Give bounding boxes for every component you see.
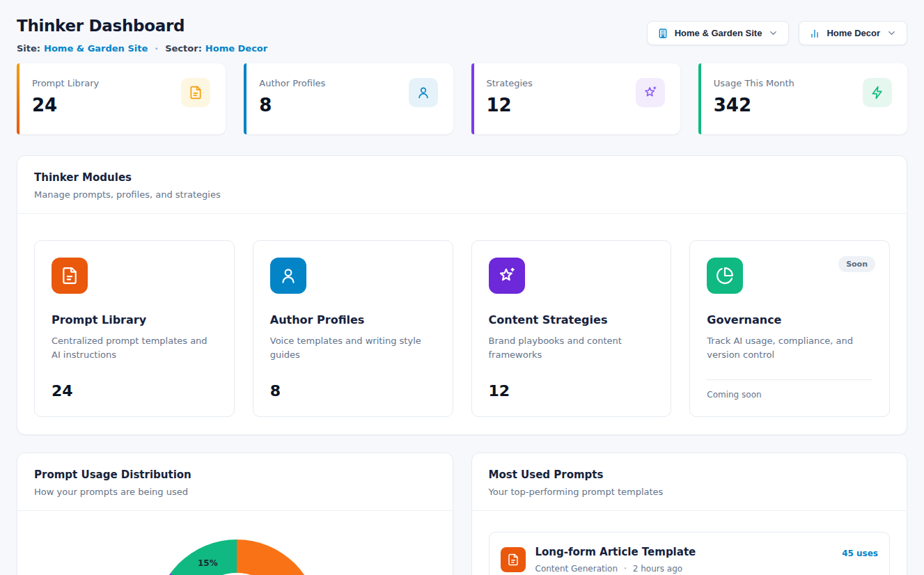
- sector-link[interactable]: Home Decor: [205, 43, 267, 54]
- document-icon: [181, 78, 210, 107]
- module-count: 12: [489, 382, 655, 400]
- prompt-item-meta: Content Generation · 2 hours ago: [535, 564, 833, 574]
- stats-row: Prompt Library 24 Author Profiles 8 Stra…: [17, 63, 907, 134]
- stat-accent-bar: [17, 63, 19, 134]
- donut-segment-label: 15%: [198, 558, 218, 568]
- bar-chart-icon: [809, 28, 820, 39]
- pie-chart-icon: [707, 258, 743, 294]
- module-card-governance[interactable]: Soon Governance Track AI usage, complian…: [689, 240, 890, 417]
- prompts-panel-subtitle: Your top-performing prompt templates: [489, 487, 891, 497]
- stat-accent-bar: [698, 63, 701, 134]
- stat-value: 342: [714, 95, 794, 116]
- meta-separator: ·: [624, 564, 627, 574]
- document-icon: [52, 258, 88, 294]
- stat-label: Prompt Library: [32, 78, 99, 88]
- module-title: Governance: [707, 313, 872, 326]
- stat-text: Prompt Library 24: [32, 78, 99, 116]
- modules-panel-subtitle: Manage prompts, profiles, and strategies: [34, 189, 890, 200]
- header-selectors: Home & Garden Site Home Decor: [647, 21, 907, 45]
- stat-value: 24: [32, 95, 99, 116]
- module-card-content-strategies[interactable]: Content Strategies Brand playbooks and c…: [471, 240, 672, 417]
- document-icon: [501, 547, 526, 572]
- usage-chart-area: 15%: [17, 511, 453, 575]
- prompt-item-time: 2 hours ago: [633, 564, 682, 574]
- module-count: 8: [270, 382, 436, 400]
- user-icon: [270, 258, 306, 294]
- prompt-item-category: Content Generation: [535, 564, 618, 574]
- stat-card-author-profiles: Author Profiles 8: [244, 63, 453, 134]
- stat-card-usage: Usage This Month 342: [698, 63, 907, 134]
- page-title: Thinker Dashboard: [17, 17, 267, 35]
- sector-label: Sector:: [165, 43, 202, 54]
- stat-text: Usage This Month 342: [714, 78, 794, 116]
- soon-badge: Soon: [838, 256, 875, 272]
- stat-accent-bar: [471, 63, 474, 134]
- module-title: Author Profiles: [270, 313, 436, 326]
- module-card-prompt-library[interactable]: Prompt Library Centralized prompt templa…: [34, 240, 235, 417]
- coming-soon-label: Coming soon: [707, 379, 872, 400]
- sector-selector-dropdown[interactable]: Home Decor: [799, 21, 907, 45]
- chevron-down-icon: [886, 28, 897, 38]
- prompt-usage-panel: Prompt Usage Distribution How your promp…: [17, 452, 453, 575]
- module-description: Voice templates and writing style guides: [270, 334, 436, 362]
- dashboard-page: Thinker Dashboard Site: Home & Garden Si…: [0, 0, 924, 575]
- prompt-list: Long-form Article Template Content Gener…: [472, 511, 907, 575]
- module-title: Content Strategies: [489, 313, 655, 326]
- bottom-row: Prompt Usage Distribution How your promp…: [17, 452, 907, 575]
- usage-panel-subtitle: How your prompts are being used: [34, 487, 436, 497]
- module-description: Brand playbooks and content frameworks: [489, 334, 655, 362]
- chevron-down-icon: [768, 28, 778, 38]
- stat-card-prompt-library: Prompt Library 24: [17, 63, 226, 134]
- breadcrumb-separator: ·: [155, 43, 158, 54]
- prompt-item-title: Long-form Article Template: [535, 546, 833, 558]
- module-count: 24: [52, 382, 217, 400]
- stat-label: Author Profiles: [259, 78, 325, 88]
- stat-card-strategies: Strategies 12: [471, 63, 680, 134]
- sector-selector-label: Home Decor: [827, 28, 880, 38]
- prompt-list-item[interactable]: Long-form Article Template Content Gener…: [489, 532, 891, 575]
- prompt-uses-badge: 45 uses: [842, 549, 878, 558]
- site-label: Site:: [17, 43, 40, 54]
- thinker-modules-panel: Thinker Modules Manage prompts, profiles…: [17, 155, 907, 435]
- stat-label: Strategies: [487, 78, 533, 88]
- sparkle-star-icon: [636, 78, 665, 107]
- site-breadcrumb: Site: Home & Garden Site · Sector: Home …: [17, 43, 267, 54]
- usage-panel-title: Prompt Usage Distribution: [34, 468, 436, 481]
- usage-panel-header: Prompt Usage Distribution How your promp…: [17, 453, 453, 511]
- modules-panel-header: Thinker Modules Manage prompts, profiles…: [17, 156, 907, 214]
- modules-panel-title: Thinker Modules: [34, 171, 890, 184]
- stat-accent-bar: [244, 63, 246, 134]
- stat-value: 12: [487, 95, 533, 116]
- header-left: Thinker Dashboard Site: Home & Garden Si…: [17, 15, 267, 54]
- module-description: Track AI usage, compliance, and version …: [707, 334, 872, 362]
- prompts-panel-title: Most Used Prompts: [489, 468, 891, 481]
- sparkle-star-icon: [489, 258, 525, 294]
- modules-grid: Prompt Library Centralized prompt templa…: [17, 214, 907, 434]
- stat-label: Usage This Month: [714, 78, 794, 88]
- stat-text: Author Profiles 8: [259, 78, 325, 116]
- site-selector-dropdown[interactable]: Home & Garden Site: [647, 21, 790, 45]
- stat-text: Strategies 12: [487, 78, 533, 116]
- lightning-icon: [863, 78, 892, 107]
- usage-donut: 15%: [155, 539, 319, 575]
- user-icon: [409, 78, 438, 107]
- module-title: Prompt Library: [52, 313, 217, 326]
- prompts-panel-header: Most Used Prompts Your top-performing pr…: [472, 453, 907, 511]
- site-selector-label: Home & Garden Site: [675, 28, 762, 38]
- building-icon: [657, 28, 668, 39]
- module-description: Centralized prompt templates and AI inst…: [52, 334, 217, 362]
- page-header: Thinker Dashboard Site: Home & Garden Si…: [17, 15, 907, 54]
- most-used-prompts-panel: Most Used Prompts Your top-performing pr…: [471, 452, 908, 575]
- site-link[interactable]: Home & Garden Site: [44, 43, 148, 54]
- module-card-author-profiles[interactable]: Author Profiles Voice templates and writ…: [253, 240, 453, 417]
- stat-value: 8: [259, 95, 325, 116]
- prompt-item-body: Long-form Article Template Content Gener…: [535, 546, 833, 574]
